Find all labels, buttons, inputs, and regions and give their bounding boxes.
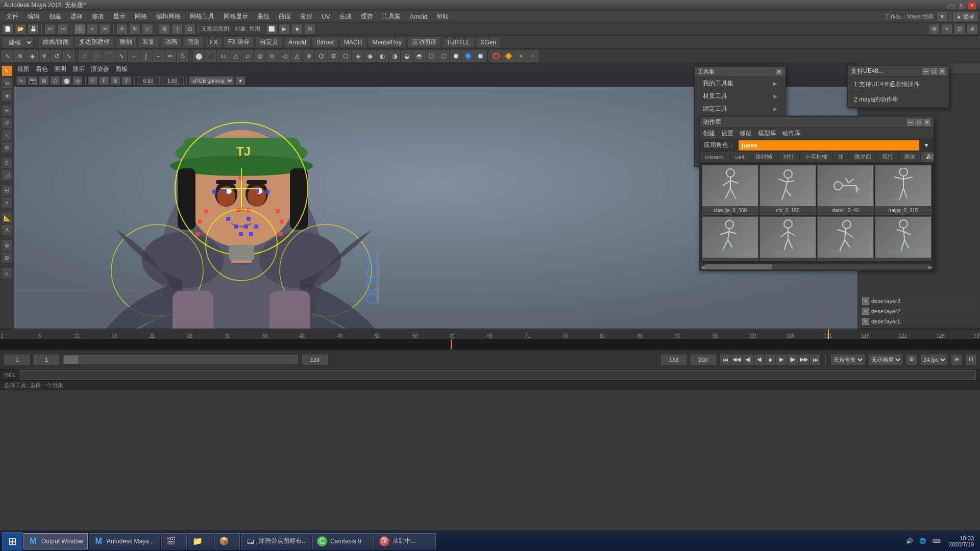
mode-bifrost[interactable]: Bifrost <box>312 37 338 47</box>
tool-material[interactable]: 材质工具 ▶ <box>695 90 786 103</box>
taskbar-camtasia[interactable]: C Camtasia 9 <box>312 533 374 549</box>
shape-extra5[interactable]: ◓ <box>413 51 425 62</box>
shape-circle[interactable]: ○ <box>79 51 90 62</box>
tc-current-frame[interactable] <box>302 355 328 365</box>
taskbar-maya[interactable]: M Autodesk Maya ... <box>89 533 160 549</box>
taskbar-film[interactable]: 🎬 <box>161 533 187 549</box>
anim-tab-lu[interactable]: 路时帧 <box>750 152 778 162</box>
lt-snap[interactable]: ⌖ <box>2 197 13 208</box>
menu-mesh[interactable]: 网格 <box>131 11 151 22</box>
mode-anim[interactable]: 动画 <box>160 36 182 48</box>
pb-next-key[interactable]: |▶ <box>788 355 798 365</box>
minimize-button[interactable]: — <box>947 2 955 9</box>
menu-curves[interactable]: 曲线 <box>253 11 274 22</box>
sys-tray-keyboard[interactable]: ⌨ <box>930 538 943 544</box>
tb-ipr[interactable]: ■ <box>291 24 303 34</box>
menu-select[interactable]: 选择 <box>66 11 87 22</box>
anim-tab-buy[interactable]: 小买柚柚 <box>800 152 833 162</box>
anim-card-1[interactable]: chaojia_0_360 <box>702 165 758 215</box>
mode-fx[interactable]: FX <box>205 37 222 47</box>
anim-card-2[interactable]: chi_0_150 <box>760 165 816 215</box>
lt-lasso[interactable]: ⊚ <box>2 78 13 89</box>
lt-show-manip[interactable]: ⊟ <box>2 185 13 196</box>
mode-xgen[interactable]: XGen <box>476 37 501 47</box>
clock[interactable]: 18:33 2020/7/19 <box>945 535 978 547</box>
tb-extra3[interactable]: ⊡ <box>954 24 965 34</box>
pb-play-fwd[interactable]: ▶ <box>776 355 787 365</box>
anim-menu-settings[interactable]: 设置 <box>721 129 733 138</box>
workspace-dropdown[interactable]: ▼ <box>937 12 948 22</box>
lt-softmod[interactable]: S <box>2 157 13 168</box>
tool-my-tools[interactable]: 我的工具集 ▶ <box>695 77 786 90</box>
anim-tab-fight[interactable]: 对打 <box>778 152 800 162</box>
tb-redo[interactable]: ↪ <box>57 24 68 34</box>
lt-sculpt[interactable]: ◿ <box>2 169 13 181</box>
ue4-close[interactable]: ✕ <box>939 68 946 75</box>
shape-rect[interactable]: □ <box>91 51 103 62</box>
mel-input[interactable] <box>20 370 976 380</box>
shape-extra9[interactable]: 🔷 <box>462 51 474 62</box>
tc-extra2[interactable]: ⊞ <box>951 355 962 365</box>
anim-card-3[interactable]: daodi_0_46 <box>817 165 874 215</box>
vp-menu-panel[interactable]: 面板 <box>115 65 128 73</box>
menu-edit[interactable]: 编辑 <box>23 11 44 22</box>
layer-vis-3[interactable]: V <box>862 297 869 305</box>
layer-vis-2[interactable]: V <box>862 308 869 315</box>
lt-measure[interactable]: 📐 <box>2 212 13 223</box>
menu-edit-mesh[interactable]: 编辑网格 <box>152 11 185 22</box>
anim-scroll-track[interactable] <box>705 264 928 269</box>
tc-extra3[interactable]: ⊡ <box>966 355 976 365</box>
mode-rig[interactable]: 装备 <box>138 36 159 48</box>
shape-extra2[interactable]: ◐ <box>377 51 388 62</box>
shape-extra8[interactable]: ⬢ <box>450 51 461 62</box>
tb-undo[interactable]: ↩ <box>44 24 56 34</box>
vp-tb-persp[interactable]: P <box>88 76 98 85</box>
vp-tb-front[interactable]: F <box>99 76 109 85</box>
shape-lasso-icon[interactable]: ⊚ <box>14 51 26 62</box>
anim-tab-ue4[interactable]: ue4 <box>730 153 750 161</box>
ue4-minimize[interactable]: — <box>922 68 929 75</box>
menu-modify[interactable]: 修改 <box>88 11 108 22</box>
shape-extra11[interactable]: ⭕ <box>491 51 502 62</box>
sys-tray-network[interactable]: 🌐 <box>917 538 928 544</box>
pb-step-fwd[interactable]: ▶▶ <box>799 355 809 365</box>
taskbar-maya-output[interactable]: M Output Window <box>23 533 88 549</box>
login-button[interactable]: ▲ 登录 <box>952 12 978 22</box>
lt-extras[interactable]: ≡ <box>2 267 13 279</box>
vp-tb-xray[interactable]: ◎ <box>72 76 83 85</box>
vp-near-clip[interactable] <box>137 77 160 85</box>
pb-step-back[interactable]: ◀◀ <box>731 355 742 365</box>
anim-tab-test[interactable]: 测试 <box>899 152 921 162</box>
lt-select[interactable]: ↖ <box>2 65 13 77</box>
tool-rig[interactable]: 绑定工具 ▶ <box>695 103 786 115</box>
mode-sculpt[interactable]: 雕刻 <box>115 36 137 48</box>
tc-fps[interactable]: 24 fps <box>921 355 947 365</box>
menu-create[interactable]: 创建 <box>45 11 65 22</box>
anim-card-5[interactable] <box>702 216 758 261</box>
vp-menu-display[interactable]: 显示 <box>72 65 85 73</box>
start-button[interactable]: ⊞ <box>2 532 22 550</box>
shape-extra14[interactable]: 🔹 <box>527 51 538 62</box>
anim-tab-beat[interactable]: 买打 <box>877 152 899 162</box>
anim-menu-modify[interactable]: 修改 <box>740 129 752 138</box>
ue4-item-2[interactable]: 2 maya的动作库 <box>848 92 949 108</box>
tb-move[interactable]: ✛ <box>116 24 128 34</box>
shape-cylinder[interactable]: ⊔ <box>217 51 229 62</box>
vp-menu-renderer[interactable]: 渲染器 <box>91 65 109 73</box>
vp-tb-sel[interactable]: ↖ <box>16 76 27 85</box>
anim-menu-motion[interactable]: 动作库 <box>782 129 801 138</box>
shape-scale-icon[interactable]: ⤡ <box>63 51 75 62</box>
shape-extra6[interactable]: ⬠ <box>426 51 437 62</box>
lt-rotate[interactable]: ↺ <box>2 117 13 129</box>
mode-motion[interactable]: 运动图形 <box>407 36 441 48</box>
tb-open[interactable]: 📂 <box>15 24 26 34</box>
ue4-item-1[interactable]: 1 支持UE4卡通表情插件 <box>848 77 949 92</box>
anim-lib-maximize[interactable]: □ <box>915 119 922 126</box>
tb-extra2[interactable]: ≡ <box>941 24 952 34</box>
anim-tab-sa[interactable]: 撒左西 <box>849 152 877 162</box>
close-button[interactable]: ✕ <box>968 2 976 9</box>
menu-file[interactable]: 文件 <box>2 11 22 22</box>
pb-skip-end[interactable]: ⏭ <box>810 355 820 365</box>
vp-far-clip[interactable] <box>161 77 184 85</box>
menu-uv[interactable]: UV <box>317 12 334 21</box>
